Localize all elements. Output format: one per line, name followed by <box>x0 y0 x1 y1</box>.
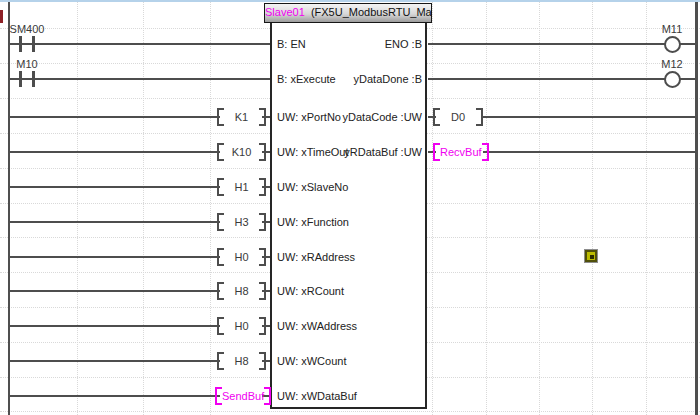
fb-pin-xslaveno[interactable]: UW: xSlaveNo <box>277 180 348 194</box>
bracket-open-icon <box>217 143 224 161</box>
contact-bar <box>32 71 35 87</box>
wire-segment <box>10 395 220 397</box>
wire-segment <box>483 151 696 153</box>
bracket-open-icon <box>217 248 224 266</box>
bracket-close-icon <box>259 143 266 161</box>
grid-line <box>486 0 487 415</box>
selection-top-border <box>0 0 700 2</box>
fb-pin-xwcount[interactable]: UW: xWCount <box>277 354 346 368</box>
grid-line <box>646 0 647 415</box>
fb-pin-yrdatabuf[interactable]: yRDataBuf :UW <box>272 145 422 159</box>
wire-segment <box>10 151 220 153</box>
grid-line <box>539 0 540 415</box>
input-arg-h3[interactable]: H3 <box>217 213 266 231</box>
bracket-close-icon <box>259 108 266 126</box>
fb-pin-ydatadone[interactable]: yDataDone :B <box>272 72 422 86</box>
wire-segment <box>10 256 220 258</box>
input-arg-h0-write[interactable]: H0 <box>217 317 266 335</box>
input-arg-h1[interactable]: H1 <box>217 178 266 196</box>
contact-bar <box>32 36 35 52</box>
wire-segment <box>10 78 270 80</box>
input-arg-h8-read[interactable]: H8 <box>217 282 266 300</box>
contact-m10-label[interactable]: M10 <box>7 58 47 70</box>
power-rail-right <box>695 0 698 415</box>
bracket-open-icon <box>217 108 224 126</box>
output-arg-recvbuf[interactable]: RecvBuf <box>433 143 485 161</box>
fb-pin-xwdatabuf[interactable]: UW: xWDataBuf <box>277 389 357 403</box>
fb-pin-xwaddress[interactable]: UW: xWAddress <box>277 319 357 333</box>
grid-line <box>432 0 433 415</box>
coil-m12[interactable] <box>664 71 681 88</box>
contact-bar <box>19 36 22 52</box>
coil-m11-label[interactable]: M11 <box>652 23 692 35</box>
cursor-dot-icon <box>590 255 594 259</box>
wire-segment <box>428 78 696 80</box>
grid-line <box>143 0 144 415</box>
grid-line <box>592 0 593 415</box>
bracket-open-icon <box>217 178 224 196</box>
coil-m11[interactable] <box>664 36 681 53</box>
bracket-open-icon <box>215 387 222 405</box>
bracket-close-icon <box>476 108 483 126</box>
coil-m12-label[interactable]: M12 <box>652 58 692 70</box>
wire-segment <box>10 360 220 362</box>
bracket-close-icon <box>259 178 266 196</box>
bracket-open-icon <box>217 317 224 335</box>
edit-marker <box>0 10 3 23</box>
input-arg-k10[interactable]: K10 <box>217 143 266 161</box>
bracket-close-icon <box>259 248 266 266</box>
wire-segment <box>10 43 270 45</box>
bracket-close-icon <box>259 282 266 300</box>
wire-segment <box>10 290 220 292</box>
grid-line <box>210 0 211 415</box>
input-arg-h8-write[interactable]: H8 <box>217 352 266 370</box>
fb-pin-xraddress[interactable]: UW: xRAddress <box>277 250 355 264</box>
bracket-open-icon <box>217 352 224 370</box>
wire-segment <box>428 43 696 45</box>
grid-line <box>77 0 78 415</box>
contact-bar <box>19 71 22 87</box>
wire-segment <box>10 116 220 118</box>
output-arg-d0[interactable]: D0 <box>433 108 483 126</box>
wire-segment <box>481 116 696 118</box>
bracket-open-icon <box>433 108 440 126</box>
fb-pin-xrcount[interactable]: UW: xRCount <box>277 284 344 298</box>
bracket-open-icon <box>217 282 224 300</box>
wire-segment <box>10 325 220 327</box>
contact-sm400-label[interactable]: SM400 <box>7 23 47 35</box>
input-arg-k1[interactable]: K1 <box>217 108 266 126</box>
bracket-close-icon <box>264 387 271 405</box>
input-arg-h0-read[interactable]: H0 <box>217 248 266 266</box>
bracket-close-icon <box>259 317 266 335</box>
fb-pin-ydatacode[interactable]: yDataCode :UW <box>272 110 422 124</box>
grid-line <box>0 411 700 412</box>
wire-segment <box>10 221 220 223</box>
input-arg-sendbuf[interactable]: SendBuf <box>215 387 267 405</box>
bracket-close-icon <box>259 213 266 231</box>
cursor-marker[interactable] <box>585 250 597 262</box>
fb-pin-eno[interactable]: ENO :B <box>272 37 422 51</box>
fb-pin-xfunction[interactable]: UW: xFunction <box>277 215 349 229</box>
fb-instance-name: Slave01 <box>265 6 305 18</box>
function-block-header[interactable]: Slave01 (FX5U_ModbusRTU_Master) <box>264 3 432 23</box>
wire-segment <box>10 186 220 188</box>
bracket-close-icon <box>482 143 489 161</box>
bracket-open-icon <box>217 213 224 231</box>
bracket-close-icon <box>259 352 266 370</box>
bracket-open-icon <box>433 143 440 161</box>
ladder-editor-canvas[interactable]: SM400 M11 M10 M12 K1 D0 K10 RecvBuf H1 <box>0 0 700 415</box>
